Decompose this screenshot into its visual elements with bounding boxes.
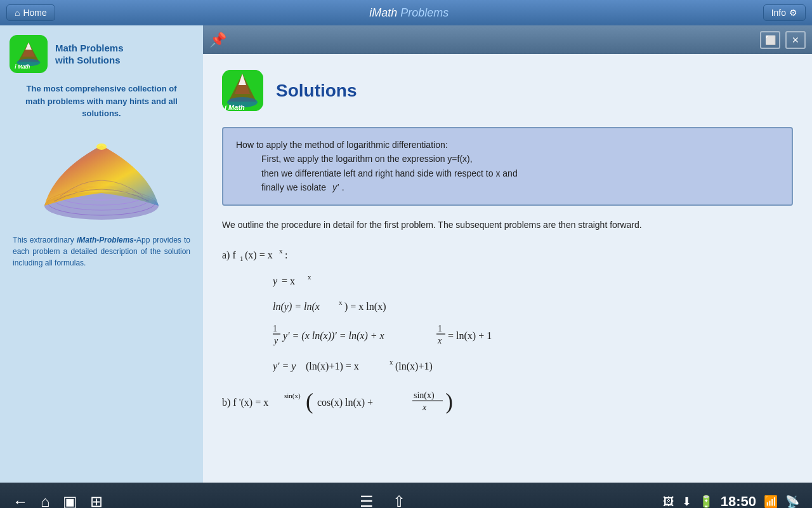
sidebar-app-icon: i Math bbox=[10, 35, 48, 73]
svg-text:x: x bbox=[339, 298, 343, 306]
svg-text:x: x bbox=[308, 273, 311, 281]
svg-text:cos(x) ln(x) +: cos(x) ln(x) + bbox=[317, 397, 373, 408]
svg-text:) = x ln(x): ) = x ln(x) bbox=[344, 301, 386, 312]
svg-text:(x) = x: (x) = x bbox=[245, 250, 273, 261]
sidebar-bottom-text: This extraordinary iMath-Problems-App pr… bbox=[10, 234, 193, 269]
solutions-title: Solutions bbox=[276, 81, 357, 101]
download-icon: ⬇ bbox=[682, 495, 691, 508]
expand-button[interactable]: ⬜ bbox=[760, 31, 780, 49]
home-icon: ⌂ bbox=[15, 8, 20, 18]
close-button[interactable]: ✕ bbox=[785, 31, 806, 49]
svg-text:sin(x): sin(x) bbox=[284, 392, 301, 400]
formula-derivative: 1 y y' = (x ln(x))' = ln(x) + x 1 x = ln… bbox=[273, 321, 793, 351]
top-bar: ⌂ Home iMath Problems Info ⚙ bbox=[0, 0, 812, 25]
svg-text:= x: = x bbox=[282, 276, 295, 286]
info-button[interactable]: Info ⚙ bbox=[763, 4, 806, 21]
wifi-icon: 📶 bbox=[764, 495, 778, 508]
app-title-imath: iMath bbox=[369, 6, 397, 19]
solutions-icon: i Math bbox=[222, 70, 263, 111]
problem-a-label: a) f 1 (x) = x x : bbox=[222, 244, 793, 265]
problem-a-section: a) f 1 (x) = x x : y = x x bbox=[222, 244, 793, 377]
formula-y-xx: y = x x bbox=[273, 271, 793, 291]
svg-text:(ln(x)+1) = x: (ln(x)+1) = x bbox=[306, 361, 359, 372]
bottom-left-nav: ← ⌂ ▣ ⊞ bbox=[13, 493, 103, 508]
battery-icon: 🔋 bbox=[699, 495, 713, 508]
svg-point-11 bbox=[96, 144, 107, 150]
bottom-center-nav: ☰ ⇧ bbox=[360, 493, 405, 508]
main-layout: i Math Math Problems with Solutions The … bbox=[0, 25, 812, 483]
image-icon: 🖼 bbox=[663, 495, 674, 509]
info-line3: then we differentiate left and right han… bbox=[236, 166, 779, 180]
pin-icon[interactable]: 📌 bbox=[209, 32, 226, 48]
info-line2: First, we apply the logarithm on the exp… bbox=[236, 152, 779, 166]
home-label: Home bbox=[23, 8, 46, 18]
sidebar-title: Math Problems with Solutions bbox=[55, 42, 124, 67]
svg-text:y' = (x ln(x))' = ln(x) + x: y' = (x ln(x))' = ln(x) + x bbox=[282, 330, 384, 342]
svg-text::: : bbox=[285, 250, 287, 260]
sidebar-description: The most comprehensive collection of mat… bbox=[10, 83, 193, 120]
signal-icon: 📡 bbox=[785, 495, 799, 508]
info-line4: finally we isolate y'. bbox=[236, 180, 779, 194]
formula-yprime: y' = y (ln(x)+1) = x x (ln(x)+1) bbox=[273, 356, 793, 377]
formula-ln: ln(y) = ln(x x ) = x ln(x) bbox=[273, 296, 793, 316]
grid-icon[interactable]: ⊞ bbox=[90, 493, 103, 508]
info-label: Info bbox=[771, 8, 786, 18]
content-body[interactable]: i Math Solutions How to apply the method… bbox=[203, 54, 812, 483]
sidebar: i Math Math Problems with Solutions The … bbox=[0, 25, 203, 483]
imath-inline: iMath-Problems- bbox=[77, 236, 136, 244]
intro-text: We outline the procedure in detail for t… bbox=[222, 218, 793, 232]
bottom-nav: ← ⌂ ▣ ⊞ ☰ ⇧ 🖼 ⬇ 🔋 18:50 📶 📡 bbox=[0, 483, 812, 508]
sidebar-math-plot bbox=[38, 130, 165, 225]
app-title-problems: Problems bbox=[400, 6, 449, 19]
svg-text:x: x bbox=[437, 336, 442, 345]
svg-text:= ln(x) + 1: = ln(x) + 1 bbox=[448, 330, 492, 342]
svg-text:1: 1 bbox=[240, 255, 244, 262]
sidebar-header: i Math Math Problems with Solutions bbox=[10, 35, 193, 73]
window-icon[interactable]: ▣ bbox=[63, 493, 77, 508]
svg-text:x: x bbox=[422, 403, 427, 412]
solutions-header: i Math Solutions bbox=[222, 70, 793, 111]
svg-text:ln(y) = ln(x: ln(y) = ln(x bbox=[273, 301, 320, 312]
menu-icon[interactable]: ☰ bbox=[360, 493, 374, 508]
svg-text:y: y bbox=[273, 336, 278, 345]
svg-text:b)  f '(x) = x: b) f '(x) = x bbox=[222, 397, 268, 408]
svg-text:sin(x): sin(x) bbox=[414, 391, 435, 401]
chevron-up-icon[interactable]: ⇧ bbox=[393, 493, 405, 508]
problem-b-label: b) f '(x) = x sin(x) ( cos(x) ln(x) + si… bbox=[222, 387, 793, 415]
svg-text:(ln(x)+1): (ln(x)+1) bbox=[395, 361, 433, 372]
content-area: 📌 ⬜ ✕ i Math bbox=[203, 25, 812, 483]
svg-text:a)  f: a) f bbox=[222, 250, 236, 261]
bottom-right-status: 🖼 ⬇ 🔋 18:50 📶 📡 bbox=[663, 493, 799, 508]
time-display: 18:50 bbox=[721, 493, 756, 508]
problem-b-section: b) f '(x) = x sin(x) ( cos(x) ln(x) + si… bbox=[222, 387, 793, 415]
svg-text:i Math: i Math bbox=[225, 104, 245, 111]
back-icon[interactable]: ← bbox=[13, 493, 28, 508]
svg-text:1: 1 bbox=[438, 324, 442, 333]
svg-text:x: x bbox=[390, 358, 393, 366]
info-line1: How to apply the method of logarithmic d… bbox=[236, 138, 779, 152]
info-box: How to apply the method of logarithmic d… bbox=[222, 127, 793, 206]
home-button[interactable]: ⌂ Home bbox=[6, 4, 55, 21]
content-toolbar: 📌 ⬜ ✕ bbox=[203, 25, 812, 54]
app-title: iMath Problems bbox=[369, 6, 449, 20]
svg-text:(: ( bbox=[306, 389, 313, 413]
home-nav-icon[interactable]: ⌂ bbox=[41, 493, 50, 508]
toolbar-right: ⬜ ✕ bbox=[760, 31, 806, 49]
info-gear-icon: ⚙ bbox=[789, 8, 797, 18]
svg-text:x: x bbox=[279, 247, 283, 255]
svg-text:1: 1 bbox=[273, 324, 277, 333]
svg-text:i Math: i Math bbox=[15, 64, 30, 70]
svg-text:y' = y: y' = y bbox=[273, 361, 296, 372]
svg-text:y: y bbox=[273, 276, 278, 287]
svg-text:): ) bbox=[445, 389, 453, 413]
